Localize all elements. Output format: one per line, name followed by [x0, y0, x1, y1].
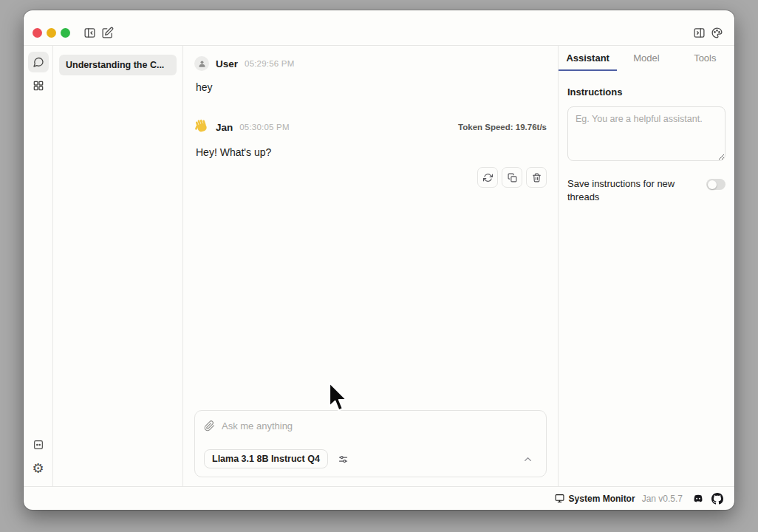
wave-hand-icon: [194, 118, 209, 136]
jan-app-window: ⚙ Understanding the C... User 05:29:56 P…: [24, 10, 734, 510]
api-server-icon: [33, 439, 44, 451]
message-actions: [194, 167, 547, 188]
message-author: Jan: [216, 122, 233, 133]
main-area: ⚙ Understanding the C... User 05:29:56 P…: [24, 46, 734, 486]
message-text: Hey! What's up?: [196, 146, 547, 158]
titlebar: [24, 10, 734, 46]
close-window-button[interactable]: [33, 28, 42, 38]
nav-hub-button[interactable]: [28, 75, 49, 96]
discord-link[interactable]: [692, 492, 705, 505]
grid-icon: [33, 80, 44, 92]
thread-list-item[interactable]: Understanding the C...: [59, 55, 177, 75]
model-selector-button[interactable]: Llama 3.1 8B Instruct Q4: [204, 449, 328, 468]
chat-area: User 05:29:56 PM hey Jan 05:30:05 PM Tok…: [183, 46, 558, 486]
new-thread-button[interactable]: [98, 24, 116, 42]
minimize-window-button[interactable]: [47, 28, 56, 38]
regenerate-icon: [483, 173, 493, 183]
monitor-icon: [555, 494, 564, 503]
instructions-label: Instructions: [567, 86, 725, 98]
traffic-lights: [33, 28, 70, 38]
save-instructions-toggle[interactable]: [706, 179, 725, 190]
tab-tools[interactable]: Tools: [676, 46, 734, 70]
user-message-header: User 05:29:56 PM: [194, 56, 547, 71]
github-link[interactable]: [711, 492, 724, 505]
collapse-composer-button[interactable]: [518, 449, 537, 468]
trash-icon: [532, 173, 542, 183]
tab-model[interactable]: Model: [617, 46, 675, 70]
toggle-left-panel-button[interactable]: [81, 24, 98, 42]
gear-icon: ⚙: [32, 462, 44, 475]
composer-input[interactable]: Ask me anything: [204, 420, 537, 432]
system-monitor-button[interactable]: System Monitor: [555, 494, 635, 504]
theme-button[interactable]: [708, 24, 725, 42]
right-panel: Assistant Model Tools Instructions Save …: [558, 46, 734, 486]
user-avatar: [194, 56, 209, 71]
copy-button[interactable]: [502, 167, 522, 188]
discord-icon: [692, 493, 704, 505]
app-version: Jan v0.5.7: [642, 494, 683, 504]
regenerate-button[interactable]: [477, 167, 498, 188]
message-composer[interactable]: Ask me anything Llama 3.1 8B Instruct Q4: [194, 410, 547, 477]
assistant-tab-content: Instructions Save instructions for new t…: [559, 70, 734, 204]
toggle-knob: [708, 180, 717, 189]
chat-bubble-icon: [33, 56, 44, 68]
palette-icon: [711, 27, 723, 39]
desktop-background: ⚙ Understanding the C... User 05:29:56 P…: [0, 0, 758, 532]
spacer: [194, 93, 547, 118]
message-timestamp: 05:29:56 PM: [245, 59, 294, 68]
composer-toolbar: Llama 3.1 8B Instruct Q4: [204, 449, 537, 468]
nav-threads-button[interactable]: [28, 52, 49, 72]
instructions-textarea[interactable]: [567, 106, 725, 161]
status-bar: System Monitor Jan v0.5.7: [24, 486, 734, 510]
system-monitor-label: System Monitor: [569, 494, 635, 504]
message-text: hey: [196, 81, 547, 93]
compose-icon: [101, 27, 114, 39]
settings-button[interactable]: ⚙: [28, 458, 49, 479]
thread-title: Understanding the C...: [66, 60, 164, 70]
message-author: User: [216, 58, 238, 69]
zoom-window-button[interactable]: [61, 28, 70, 38]
delete-button[interactable]: [526, 167, 547, 188]
save-instructions-row: Save instructions for new threads: [567, 177, 725, 204]
left-icon-rail: ⚙: [24, 46, 53, 486]
copy-icon: [508, 173, 517, 183]
right-panel-tabs: Assistant Model Tools: [559, 46, 734, 70]
local-api-server-button[interactable]: [28, 434, 49, 455]
token-speed-label: Token Speed: 19.76t/s: [458, 123, 547, 132]
save-instructions-label: Save instructions for new threads: [567, 177, 693, 204]
panel-right-icon: [693, 27, 706, 39]
toggle-right-panel-button[interactable]: [690, 24, 708, 42]
assistant-message-header: Jan 05:30:05 PM Token Speed: 19.76t/s: [194, 118, 547, 136]
tab-assistant[interactable]: Assistant: [559, 46, 617, 70]
panel-left-icon: [83, 27, 96, 39]
github-icon: [711, 493, 723, 505]
model-settings-button[interactable]: [334, 449, 353, 468]
thread-list: Understanding the C...: [53, 46, 183, 486]
message-timestamp: 05:30:05 PM: [239, 123, 289, 132]
chevron-up-icon: [522, 454, 533, 465]
sliders-icon: [338, 454, 349, 465]
composer-placeholder: Ask me anything: [222, 420, 293, 432]
person-icon: [197, 59, 207, 69]
paperclip-icon[interactable]: [204, 420, 215, 432]
